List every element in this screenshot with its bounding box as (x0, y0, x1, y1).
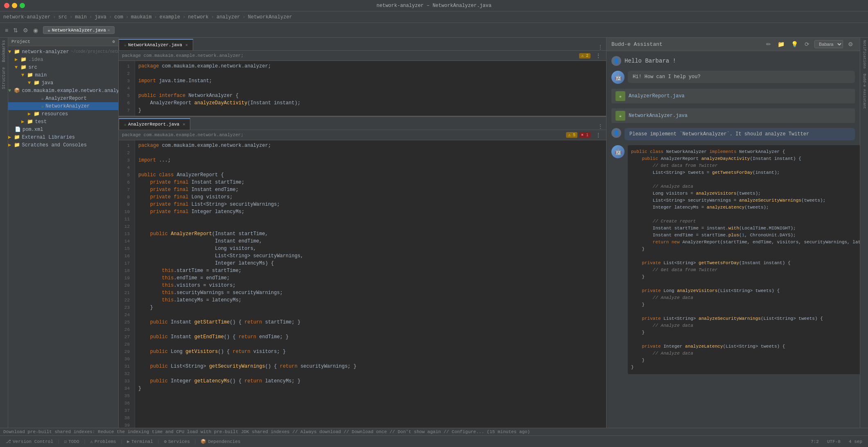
toolbar-icon-3[interactable]: ⚙ (21, 26, 30, 34)
ai-refresh-btn[interactable]: ⟳ (803, 40, 811, 48)
tree-scratches-label: Scratches and Consoles (22, 142, 86, 148)
warning-count-2: ⚠ 5 (566, 132, 577, 138)
ai-new-chat-btn[interactable]: ✏ (764, 40, 773, 48)
tree-analyzerreport-label: AnalyzerReport (45, 96, 87, 101)
tree-resources[interactable]: ▶ 📁 resources (8, 110, 118, 118)
ai-settings-btn[interactable]: ⚙ (846, 40, 855, 48)
code-content-1[interactable]: 1234567 package com.maukaim.example.netw… (119, 61, 606, 116)
file-icon-1: ☕ (615, 91, 625, 101)
editor-menu-1[interactable]: ⋮ (594, 52, 603, 60)
breadcrumb-bar: network-analyzer › src › main › java › c… (0, 11, 868, 23)
tab-analyzerreport[interactable]: ☕ AnalyzerReport.java ✕ (119, 118, 190, 130)
nav-item-3[interactable]: main (75, 14, 87, 20)
services-label: Services (168, 439, 190, 444)
maximize-button[interactable] (20, 3, 25, 8)
tree-idea[interactable]: ▶ 📁 .idea (8, 56, 118, 63)
editor-bottom: ☕ AnalyzerReport.java ✕ ⋮ package com.ma… (119, 117, 606, 428)
bot-avatar-1: 🤖 (611, 71, 625, 84)
file-icon-2: ☕ (615, 111, 625, 121)
linecol-label: 7:2 (811, 439, 819, 444)
sidebar-header[interactable]: Project ⚙ (8, 38, 118, 46)
main-folder-icon: ▼ 📁 (21, 72, 33, 78)
status-todo[interactable]: ☑ TODO (62, 439, 82, 444)
nav-item-2[interactable]: src (58, 14, 67, 20)
tab-menu-icon-2[interactable]: ⋮ (598, 124, 603, 130)
code-content-2[interactable]: 1234567 891011121314 15161718192021 2223… (119, 140, 606, 428)
bookmarks-label[interactable]: Bookmarks (2, 38, 6, 65)
pomxml-icon: 📄 (15, 126, 21, 133)
sidebar-settings-icon[interactable]: ⚙ (113, 39, 115, 44)
ai-user-select[interactable]: Babara (814, 40, 843, 48)
bot-code-msg: 🤖 public class NetworkAnalyzer implement… (611, 145, 855, 374)
minimize-button[interactable] (12, 3, 17, 8)
ai-folder-btn[interactable]: 📁 (776, 40, 786, 48)
project-sidebar: Project ⚙ ▼ 📁 network-analyzer ~/code/pr… (8, 38, 119, 428)
tree-package[interactable]: ▼ 📦 com.maukaim.example.network.analyzer (8, 87, 118, 94)
window-controls[interactable] (4, 3, 25, 8)
nav-item-8[interactable]: network (188, 14, 208, 20)
tab-networkanalyzer[interactable]: ☕ NetworkAnalyzer.java ✕ (119, 39, 193, 50)
main-toolbar: ≡ ⇅ ⚙ ◉ ☕ NetworkAnalyzer.java ✕ (0, 23, 868, 38)
git-icon: ⎇ (6, 439, 11, 444)
nav-item-6[interactable]: maukaim (131, 14, 151, 20)
tab-menu-icon[interactable]: ⋮ (598, 44, 603, 50)
indent-label: 4 sep (849, 439, 862, 444)
file-ref-2[interactable]: ☕ NetworkAnalyzer.java (611, 108, 855, 123)
bot-code-bubble: public class NetworkAnalyzer implements … (628, 145, 860, 374)
tree-pomxml-label: pom.xml (23, 127, 43, 133)
code-lines-2[interactable]: package com.maukaim.example.network.anal… (135, 140, 606, 428)
user-prompt-msg: 👤 Please implement `NetworkAnalyzer`. It… (611, 128, 855, 140)
terminal-label: Terminal (131, 439, 153, 444)
tree-test[interactable]: ▶ 📁 test (8, 118, 118, 126)
nav-item-4[interactable]: java (95, 14, 106, 20)
status-linecol[interactable]: 7:2 (808, 439, 821, 444)
nav-item-1[interactable]: network-analyzer (3, 14, 50, 20)
tree-extlibs[interactable]: ▶ 📁 External Libraries (8, 133, 118, 141)
tree-root[interactable]: ▼ 📁 network-analyzer ~/code/projects/net… (8, 48, 118, 56)
tree-java[interactable]: ▼ 📁 java (8, 79, 118, 87)
close-button[interactable] (4, 3, 9, 8)
status-dependencies[interactable]: 📦 Dependencies (198, 439, 243, 444)
status-problems[interactable]: ⚠ Problems (88, 439, 118, 444)
status-indent[interactable]: 4 sep (846, 439, 865, 444)
toolbar-icon-2[interactable]: ⇅ (11, 26, 20, 34)
bot-intro-msg: 🤖 Hi! How can I help you? (611, 71, 855, 84)
tree-pomxml[interactable]: 📄 pom.xml (8, 126, 118, 133)
tab-java-icon-1: ☕ (124, 43, 126, 47)
nav-item-5[interactable]: com (114, 14, 123, 20)
tree-src[interactable]: ▼ 📁 src (8, 63, 118, 71)
tab-actions-top: ⋮ (595, 44, 606, 50)
status-version-control[interactable]: ⎇ Version Control (3, 439, 56, 444)
notifications-label[interactable]: Notifications (862, 38, 866, 71)
structure-label[interactable]: Structure (2, 65, 6, 92)
tree-analyzerreport[interactable]: ☕ AnalyzerReport (8, 94, 118, 102)
right-strip: Notifications Budd-e Assistant (860, 38, 868, 428)
file-ref-1[interactable]: ☕ AnalyzerReport.java (611, 89, 855, 103)
status-encoding[interactable]: UTF-8 (825, 439, 843, 444)
nav-item-10[interactable]: NetworkAnalyzer (248, 14, 292, 20)
main-editor-tab[interactable]: ☕ NetworkAnalyzer.java ✕ (43, 26, 115, 34)
tab-close-analyzerreport[interactable]: ✕ (183, 122, 185, 127)
title-bar: network-analyzer – NetworkAnalyzer.java (0, 0, 868, 11)
ai-chat-area[interactable]: 👤 Hello Barbara ! 🤖 Hi! How can I help y… (606, 51, 860, 428)
todo-label: TODO (68, 439, 79, 444)
tree-networkanalyzer[interactable]: ☕ NetworkAnalyzer (8, 102, 118, 110)
toolbar-icon-1[interactable]: ≡ (3, 26, 10, 34)
editor-menu-2[interactable]: ⋮ (594, 131, 603, 139)
tree-main[interactable]: ▼ 📁 main (8, 71, 118, 79)
tab-close-icon[interactable]: ✕ (108, 28, 110, 33)
java-file-icon: ☕ (47, 27, 50, 33)
status-services[interactable]: ⚙ Services (161, 439, 192, 444)
toolbar-icon-4[interactable]: ◉ (32, 26, 40, 34)
tab-close-networkanalyzer[interactable]: ✕ (185, 43, 188, 47)
package-path-2: package com.maukaim.example.network.anal… (122, 133, 243, 137)
nav-item-9[interactable]: analyzer (216, 14, 240, 20)
ai-bulb-btn[interactable]: 💡 (789, 40, 800, 48)
tree-scratches[interactable]: ▶ 📁 Scratches and Consoles (8, 141, 118, 149)
code-lines-1[interactable]: package com.maukaim.example.network.anal… (135, 61, 606, 116)
dependencies-icon: 📦 (201, 439, 206, 444)
nav-item-7[interactable]: example (160, 14, 180, 20)
tree-extlibs-label: External Libraries (22, 135, 75, 140)
status-terminal[interactable]: ▶ Terminal (124, 439, 155, 444)
budd-e-label[interactable]: Budd-e Assistant (862, 71, 866, 111)
